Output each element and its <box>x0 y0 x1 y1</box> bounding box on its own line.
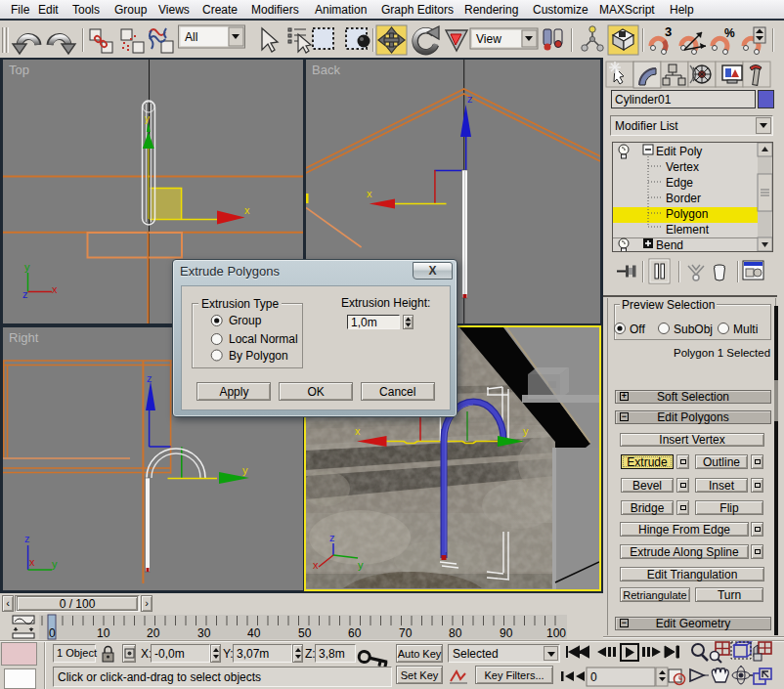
svg-text:x: x <box>313 559 319 571</box>
svg-text:z: z <box>467 93 473 105</box>
svg-text:y: y <box>523 425 529 437</box>
svg-text:View: View <box>476 32 501 46</box>
svg-text:Polygon: Polygon <box>666 207 708 221</box>
svg-text:y: y <box>145 113 150 124</box>
svg-text:Off: Off <box>630 323 645 336</box>
svg-text:40: 40 <box>247 626 261 640</box>
svg-text:20: 20 <box>147 626 160 640</box>
svg-text:x: x <box>52 283 58 295</box>
svg-text:Edge: Edge <box>666 176 693 190</box>
svg-text:70: 70 <box>399 626 413 640</box>
svg-text:By Polygon: By Polygon <box>229 349 288 363</box>
svg-text:Bend: Bend <box>656 238 683 251</box>
svg-text:SubObj: SubObj <box>674 323 713 336</box>
svg-text:Top: Top <box>9 63 29 77</box>
svg-text:90: 90 <box>500 626 513 640</box>
svg-text:z: z <box>22 288 28 300</box>
svg-text:x: x <box>29 556 35 568</box>
svg-text:x: x <box>355 425 361 437</box>
svg-text:0: 0 <box>49 626 56 640</box>
svg-text:Border: Border <box>666 192 701 205</box>
svg-text:80: 80 <box>449 626 462 640</box>
svg-text:All: All <box>185 30 197 44</box>
svg-text:Edit Poly: Edit Poly <box>656 145 702 158</box>
svg-text:%: % <box>724 26 735 40</box>
svg-text:x: x <box>367 188 372 199</box>
svg-text:z: z <box>329 532 335 543</box>
svg-text:Back: Back <box>312 63 340 77</box>
svg-text:Vertex: Vertex <box>666 160 699 174</box>
svg-text:y: y <box>358 559 364 571</box>
svg-text:10: 10 <box>97 626 110 640</box>
svg-text:x: x <box>244 204 250 216</box>
svg-text:z: z <box>147 372 152 384</box>
svg-text:z: z <box>24 533 30 544</box>
svg-text:Multi: Multi <box>733 323 758 336</box>
svg-text:50: 50 <box>298 626 312 640</box>
svg-text:Extrusion Height:: Extrusion Height: <box>341 296 430 310</box>
svg-text:30: 30 <box>197 626 211 640</box>
svg-text:100: 100 <box>546 626 566 640</box>
svg-text:0: 0 <box>590 670 597 684</box>
svg-text:y: y <box>242 464 248 476</box>
svg-text:y: y <box>24 261 30 273</box>
svg-text:60: 60 <box>348 626 362 640</box>
svg-text:y: y <box>52 558 58 570</box>
svg-text:Right: Right <box>9 330 39 345</box>
svg-text:3: 3 <box>665 24 672 39</box>
svg-text:Group: Group <box>229 314 262 327</box>
svg-text:Local Normal: Local Normal <box>229 332 298 346</box>
svg-text:Element: Element <box>666 223 710 237</box>
